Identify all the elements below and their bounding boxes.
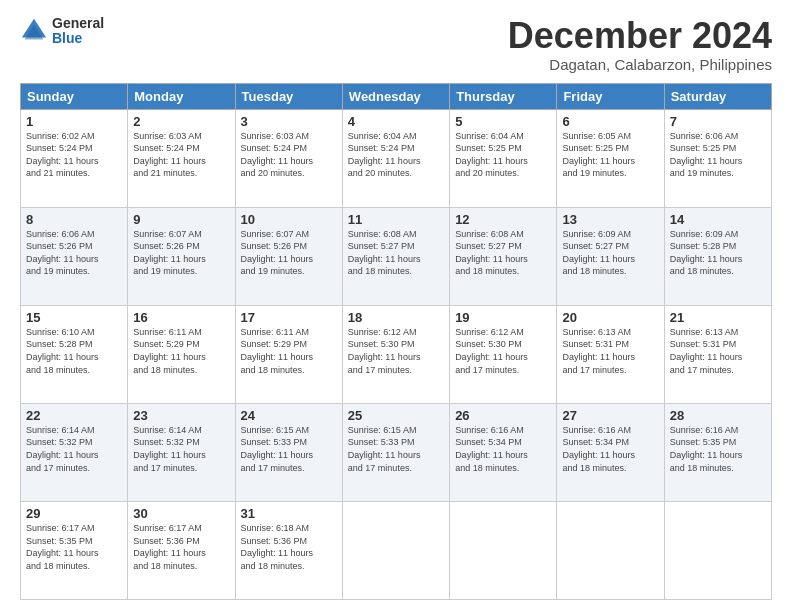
day-number: 16 bbox=[133, 310, 229, 325]
day-number: 4 bbox=[348, 114, 444, 129]
day-number: 30 bbox=[133, 506, 229, 521]
day-number: 26 bbox=[455, 408, 551, 423]
day-info: Sunrise: 6:15 AM Sunset: 5:33 PM Dayligh… bbox=[348, 424, 444, 474]
calendar-header-row: Sunday Monday Tuesday Wednesday Thursday… bbox=[21, 83, 772, 109]
day-info: Sunrise: 6:16 AM Sunset: 5:34 PM Dayligh… bbox=[455, 424, 551, 474]
day-number: 18 bbox=[348, 310, 444, 325]
day-info: Sunrise: 6:13 AM Sunset: 5:31 PM Dayligh… bbox=[562, 326, 658, 376]
table-row: 4Sunrise: 6:04 AM Sunset: 5:24 PM Daylig… bbox=[342, 109, 449, 207]
day-info: Sunrise: 6:06 AM Sunset: 5:25 PM Dayligh… bbox=[670, 130, 766, 180]
day-number: 27 bbox=[562, 408, 658, 423]
day-number: 19 bbox=[455, 310, 551, 325]
day-info: Sunrise: 6:15 AM Sunset: 5:33 PM Dayligh… bbox=[241, 424, 337, 474]
table-row: 30Sunrise: 6:17 AM Sunset: 5:36 PM Dayli… bbox=[128, 501, 235, 599]
table-row: 7Sunrise: 6:06 AM Sunset: 5:25 PM Daylig… bbox=[664, 109, 771, 207]
logo-text: General Blue bbox=[52, 16, 104, 47]
calendar-week-row: 15Sunrise: 6:10 AM Sunset: 5:28 PM Dayli… bbox=[21, 305, 772, 403]
day-info: Sunrise: 6:09 AM Sunset: 5:27 PM Dayligh… bbox=[562, 228, 658, 278]
day-number: 8 bbox=[26, 212, 122, 227]
day-info: Sunrise: 6:11 AM Sunset: 5:29 PM Dayligh… bbox=[133, 326, 229, 376]
day-number: 2 bbox=[133, 114, 229, 129]
table-row: 1Sunrise: 6:02 AM Sunset: 5:24 PM Daylig… bbox=[21, 109, 128, 207]
header: General Blue December 2024 Dagatan, Cala… bbox=[20, 16, 772, 73]
logo: General Blue bbox=[20, 16, 104, 47]
table-row: 14Sunrise: 6:09 AM Sunset: 5:28 PM Dayli… bbox=[664, 207, 771, 305]
day-info: Sunrise: 6:12 AM Sunset: 5:30 PM Dayligh… bbox=[455, 326, 551, 376]
table-row: 8Sunrise: 6:06 AM Sunset: 5:26 PM Daylig… bbox=[21, 207, 128, 305]
table-row: 16Sunrise: 6:11 AM Sunset: 5:29 PM Dayli… bbox=[128, 305, 235, 403]
day-number: 25 bbox=[348, 408, 444, 423]
table-row: 26Sunrise: 6:16 AM Sunset: 5:34 PM Dayli… bbox=[450, 403, 557, 501]
table-row: 19Sunrise: 6:12 AM Sunset: 5:30 PM Dayli… bbox=[450, 305, 557, 403]
table-row: 17Sunrise: 6:11 AM Sunset: 5:29 PM Dayli… bbox=[235, 305, 342, 403]
day-info: Sunrise: 6:08 AM Sunset: 5:27 PM Dayligh… bbox=[348, 228, 444, 278]
logo-blue-text: Blue bbox=[52, 31, 104, 46]
day-info: Sunrise: 6:13 AM Sunset: 5:31 PM Dayligh… bbox=[670, 326, 766, 376]
table-row: 21Sunrise: 6:13 AM Sunset: 5:31 PM Dayli… bbox=[664, 305, 771, 403]
table-row: 23Sunrise: 6:14 AM Sunset: 5:32 PM Dayli… bbox=[128, 403, 235, 501]
day-number: 23 bbox=[133, 408, 229, 423]
day-number: 10 bbox=[241, 212, 337, 227]
page: General Blue December 2024 Dagatan, Cala… bbox=[0, 0, 792, 612]
day-info: Sunrise: 6:02 AM Sunset: 5:24 PM Dayligh… bbox=[26, 130, 122, 180]
table-row: 2Sunrise: 6:03 AM Sunset: 5:24 PM Daylig… bbox=[128, 109, 235, 207]
day-info: Sunrise: 6:10 AM Sunset: 5:28 PM Dayligh… bbox=[26, 326, 122, 376]
table-row bbox=[450, 501, 557, 599]
col-sunday: Sunday bbox=[21, 83, 128, 109]
day-info: Sunrise: 6:14 AM Sunset: 5:32 PM Dayligh… bbox=[26, 424, 122, 474]
table-row: 15Sunrise: 6:10 AM Sunset: 5:28 PM Dayli… bbox=[21, 305, 128, 403]
day-number: 7 bbox=[670, 114, 766, 129]
col-wednesday: Wednesday bbox=[342, 83, 449, 109]
table-row: 6Sunrise: 6:05 AM Sunset: 5:25 PM Daylig… bbox=[557, 109, 664, 207]
day-number: 20 bbox=[562, 310, 658, 325]
table-row: 11Sunrise: 6:08 AM Sunset: 5:27 PM Dayli… bbox=[342, 207, 449, 305]
day-number: 11 bbox=[348, 212, 444, 227]
logo-icon bbox=[20, 17, 48, 45]
day-info: Sunrise: 6:05 AM Sunset: 5:25 PM Dayligh… bbox=[562, 130, 658, 180]
table-row bbox=[342, 501, 449, 599]
day-info: Sunrise: 6:12 AM Sunset: 5:30 PM Dayligh… bbox=[348, 326, 444, 376]
table-row: 29Sunrise: 6:17 AM Sunset: 5:35 PM Dayli… bbox=[21, 501, 128, 599]
col-thursday: Thursday bbox=[450, 83, 557, 109]
table-row bbox=[664, 501, 771, 599]
table-row: 20Sunrise: 6:13 AM Sunset: 5:31 PM Dayli… bbox=[557, 305, 664, 403]
calendar-week-row: 1Sunrise: 6:02 AM Sunset: 5:24 PM Daylig… bbox=[21, 109, 772, 207]
day-info: Sunrise: 6:16 AM Sunset: 5:34 PM Dayligh… bbox=[562, 424, 658, 474]
day-number: 24 bbox=[241, 408, 337, 423]
table-row: 9Sunrise: 6:07 AM Sunset: 5:26 PM Daylig… bbox=[128, 207, 235, 305]
col-tuesday: Tuesday bbox=[235, 83, 342, 109]
day-number: 28 bbox=[670, 408, 766, 423]
day-number: 3 bbox=[241, 114, 337, 129]
day-number: 31 bbox=[241, 506, 337, 521]
table-row: 24Sunrise: 6:15 AM Sunset: 5:33 PM Dayli… bbox=[235, 403, 342, 501]
table-row: 28Sunrise: 6:16 AM Sunset: 5:35 PM Dayli… bbox=[664, 403, 771, 501]
day-number: 17 bbox=[241, 310, 337, 325]
col-saturday: Saturday bbox=[664, 83, 771, 109]
day-number: 9 bbox=[133, 212, 229, 227]
title-area: December 2024 Dagatan, Calabarzon, Phili… bbox=[508, 16, 772, 73]
day-info: Sunrise: 6:18 AM Sunset: 5:36 PM Dayligh… bbox=[241, 522, 337, 572]
day-info: Sunrise: 6:14 AM Sunset: 5:32 PM Dayligh… bbox=[133, 424, 229, 474]
table-row: 5Sunrise: 6:04 AM Sunset: 5:25 PM Daylig… bbox=[450, 109, 557, 207]
day-number: 1 bbox=[26, 114, 122, 129]
calendar-table: Sunday Monday Tuesday Wednesday Thursday… bbox=[20, 83, 772, 600]
table-row: 27Sunrise: 6:16 AM Sunset: 5:34 PM Dayli… bbox=[557, 403, 664, 501]
logo-general-text: General bbox=[52, 16, 104, 31]
day-info: Sunrise: 6:06 AM Sunset: 5:26 PM Dayligh… bbox=[26, 228, 122, 278]
day-info: Sunrise: 6:07 AM Sunset: 5:26 PM Dayligh… bbox=[241, 228, 337, 278]
day-number: 13 bbox=[562, 212, 658, 227]
table-row: 31Sunrise: 6:18 AM Sunset: 5:36 PM Dayli… bbox=[235, 501, 342, 599]
col-friday: Friday bbox=[557, 83, 664, 109]
table-row bbox=[557, 501, 664, 599]
table-row: 10Sunrise: 6:07 AM Sunset: 5:26 PM Dayli… bbox=[235, 207, 342, 305]
day-number: 6 bbox=[562, 114, 658, 129]
day-info: Sunrise: 6:04 AM Sunset: 5:24 PM Dayligh… bbox=[348, 130, 444, 180]
calendar-week-row: 8Sunrise: 6:06 AM Sunset: 5:26 PM Daylig… bbox=[21, 207, 772, 305]
day-number: 22 bbox=[26, 408, 122, 423]
table-row: 18Sunrise: 6:12 AM Sunset: 5:30 PM Dayli… bbox=[342, 305, 449, 403]
day-number: 29 bbox=[26, 506, 122, 521]
table-row: 22Sunrise: 6:14 AM Sunset: 5:32 PM Dayli… bbox=[21, 403, 128, 501]
day-info: Sunrise: 6:07 AM Sunset: 5:26 PM Dayligh… bbox=[133, 228, 229, 278]
table-row: 25Sunrise: 6:15 AM Sunset: 5:33 PM Dayli… bbox=[342, 403, 449, 501]
day-number: 12 bbox=[455, 212, 551, 227]
